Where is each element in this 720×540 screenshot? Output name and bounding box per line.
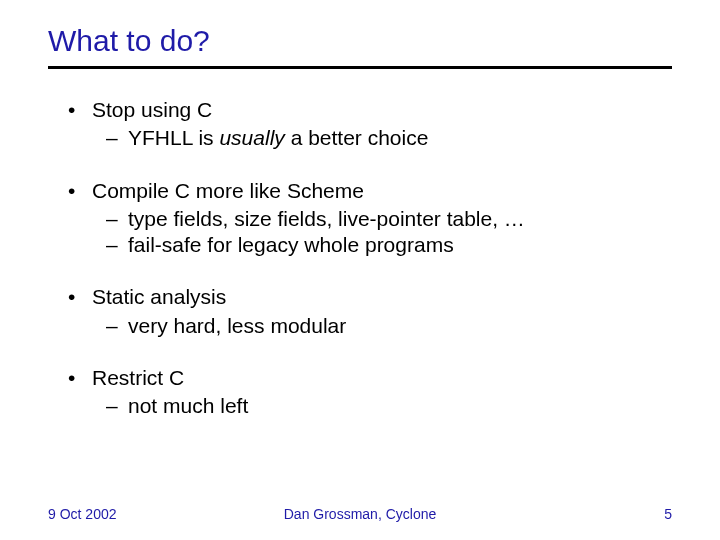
sub-text-pre: fail-safe for legacy whole programs	[128, 233, 454, 256]
footer-page: 5	[664, 506, 672, 522]
sub-list: type fields, size fields, live-pointer t…	[92, 206, 672, 259]
list-item: Stop using C YFHLL is usually a better c…	[68, 97, 672, 152]
sub-text-em: usually	[219, 126, 284, 149]
sub-text-post: a better choice	[285, 126, 429, 149]
title-rule	[48, 66, 672, 69]
bullet-text: Stop using C	[92, 98, 212, 121]
list-item: Restrict C not much left	[68, 365, 672, 420]
sub-list: YFHLL is usually a better choice	[92, 125, 672, 151]
bullet-text: Restrict C	[92, 366, 184, 389]
slide-title: What to do?	[48, 24, 672, 64]
sub-item: type fields, size fields, live-pointer t…	[106, 206, 672, 232]
slide-footer: 9 Oct 2002 Dan Grossman, Cyclone 5	[48, 506, 672, 522]
sub-item: fail-safe for legacy whole programs	[106, 232, 672, 258]
sub-text-pre: very hard, less modular	[128, 314, 346, 337]
sub-list: not much left	[92, 393, 672, 419]
sub-item: very hard, less modular	[106, 313, 672, 339]
footer-author: Dan Grossman, Cyclone	[48, 506, 672, 522]
sub-list: very hard, less modular	[92, 313, 672, 339]
bullet-text: Static analysis	[92, 285, 226, 308]
bullet-text: Compile C more like Scheme	[92, 179, 364, 202]
sub-text-pre: YFHLL is	[128, 126, 219, 149]
footer-date: 9 Oct 2002	[48, 506, 117, 522]
sub-text-pre: not much left	[128, 394, 248, 417]
bullet-list: Stop using C YFHLL is usually a better c…	[48, 97, 672, 419]
sub-item: YFHLL is usually a better choice	[106, 125, 672, 151]
slide: What to do? Stop using C YFHLL is usuall…	[0, 0, 720, 540]
sub-text-pre: type fields, size fields, live-pointer t…	[128, 207, 525, 230]
list-item: Static analysis very hard, less modular	[68, 284, 672, 339]
sub-item: not much left	[106, 393, 672, 419]
list-item: Compile C more like Scheme type fields, …	[68, 178, 672, 259]
